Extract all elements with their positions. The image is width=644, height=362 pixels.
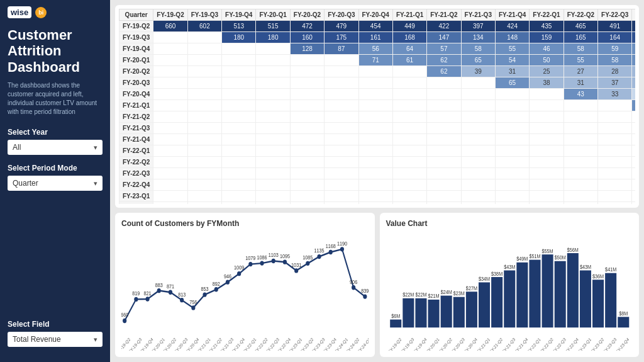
cohort-cell (392, 134, 426, 145)
cohort-cell (427, 145, 461, 157)
cohort-cell (632, 123, 635, 134)
cohort-cell (358, 202, 392, 205)
cohort-col-header: FY-21-Q3 (461, 9, 495, 21)
cohort-cell (495, 168, 529, 179)
cohort-cell (153, 123, 187, 134)
cohort-cell (632, 157, 635, 168)
svg-text:FY-21-Q1: FY-21-Q1 (475, 337, 491, 351)
svg-rect-90 (491, 277, 502, 327)
cohort-cell: 435 (530, 21, 564, 32)
cohort-cell (632, 168, 635, 179)
cohort-cell (495, 89, 529, 100)
logo-bi-badge: bi (35, 7, 47, 18)
cohort-row: FY-19-Q266060251351547247945444942239742… (119, 21, 636, 32)
svg-rect-108 (567, 253, 578, 327)
svg-text:$43M: $43M (504, 264, 515, 270)
cohort-col-header: FY-20-Q2 (290, 9, 324, 21)
cohort-cell (564, 145, 597, 157)
cohort-cell (187, 32, 221, 43)
cohort-col-header: Quarter (119, 9, 153, 21)
cohort-cell (325, 111, 358, 123)
cohort-cell (222, 77, 256, 89)
svg-rect-99 (529, 260, 540, 328)
svg-text:$6M: $6M (391, 314, 400, 320)
cohort-cell (187, 134, 221, 145)
cohort-cell (222, 111, 256, 123)
svg-point-42 (283, 260, 287, 264)
cohort-cell (598, 123, 632, 134)
cohort-col-header: FY-21-Q4 (495, 9, 529, 21)
cohort-row-label: FY-19-Q3 (119, 32, 153, 43)
svg-point-63 (363, 294, 367, 298)
cohort-col-header: FY-22-Q4 (632, 9, 635, 21)
cohort-cell (461, 134, 495, 145)
cohort-cell: 58 (598, 55, 632, 66)
cohort-cell (358, 145, 392, 157)
cohort-cell (530, 202, 564, 205)
svg-text:FY-22-Q2: FY-22-Q2 (539, 337, 554, 351)
cohort-cell (461, 111, 495, 123)
cohort-cell (358, 100, 392, 111)
cohort-cell (598, 157, 632, 168)
select-year-wrapper[interactable]: All FY-19 FY-20 FY-21 FY-22 FY-23 FY-24 (8, 140, 103, 155)
svg-text:1031: 1031 (291, 262, 302, 268)
dashboard-title: Customer Attrition Dashboard (8, 27, 103, 75)
cohort-row: FY-20-Q1716162655450555860625266 (119, 55, 636, 66)
cohort-header: QuarterFY-19-Q2FY-19-Q3FY-19-Q4FY-20-Q1F… (119, 9, 636, 21)
cohort-cell (358, 89, 392, 100)
cohort-cell (325, 77, 358, 89)
cohort-cell: 424 (495, 21, 529, 32)
cohort-col-header: FY-19-Q4 (222, 9, 256, 21)
svg-rect-69 (402, 298, 414, 327)
cohort-cell: 180 (222, 32, 256, 43)
cohort-cell (222, 43, 256, 55)
cohort-cell (427, 77, 461, 89)
cohort-cell (564, 179, 597, 191)
cohort-scroll-area[interactable]: QuarterFY-19-Q2FY-19-Q3FY-19-Q4FY-20-Q1F… (119, 9, 635, 204)
svg-text:$23M: $23M (453, 291, 464, 297)
cohort-cell: 479 (325, 21, 358, 32)
bar-chart-area: $6MFY-19-Q2$22MFY-19-Q3$22MFY-19-Q4$21MF… (386, 231, 633, 351)
cohort-cell (256, 157, 290, 168)
svg-text:839: 839 (361, 288, 368, 294)
cohort-cell (427, 111, 461, 123)
cohort-cell: 43 (564, 89, 597, 100)
svg-point-57 (340, 247, 344, 251)
cohort-cell (325, 100, 358, 111)
svg-point-45 (294, 268, 298, 273)
svg-text:$50M: $50M (554, 255, 565, 261)
cohort-cell (461, 145, 495, 157)
cohort-cell (632, 179, 635, 191)
cohort-cell (153, 179, 187, 191)
svg-point-15 (180, 298, 184, 302)
cohort-cell: 28 (598, 66, 632, 77)
cohort-cell: 50 (530, 55, 564, 66)
title-line3: Dashboard (8, 59, 80, 75)
select-period-dropdown[interactable]: Quarter Month Year (8, 176, 103, 191)
cohort-cell (325, 134, 358, 145)
cohort-cell: 60 (632, 55, 635, 66)
svg-text:660: 660 (121, 312, 129, 319)
cohort-cell (461, 191, 495, 202)
cohort-table: QuarterFY-19-Q2FY-19-Q3FY-19-Q4FY-20-Q1F… (119, 9, 635, 204)
cohort-cell: 180 (256, 32, 290, 43)
cohort-cell (222, 168, 256, 179)
cohort-cell (358, 134, 392, 145)
cohort-col-header: FY-22-Q3 (598, 9, 632, 21)
select-period-wrapper[interactable]: Quarter Month Year (8, 176, 103, 191)
svg-text:871: 871 (167, 284, 175, 290)
cohort-cell (222, 100, 256, 111)
select-field-wrapper[interactable]: Total Revenue Count LTV (8, 332, 103, 347)
cohort-cell (187, 66, 221, 77)
svg-text:$36M: $36M (592, 273, 604, 280)
select-year-dropdown[interactable]: All FY-19 FY-20 FY-21 FY-22 FY-23 FY-24 (8, 140, 103, 155)
svg-text:FY-23-Q4: FY-23-Q4 (614, 337, 630, 351)
line-chart-box: Count of Customers by FYMonth 660FY-19-Q… (115, 213, 375, 357)
cohort-cell: 37 (598, 77, 632, 89)
cohort-body: FY-19-Q266060251351547247945444942239742… (119, 21, 636, 205)
cohort-row-label: FY-21-Q3 (119, 123, 153, 134)
svg-text:$22M: $22M (402, 292, 414, 298)
select-field-dropdown[interactable]: Total Revenue Count LTV (8, 332, 103, 347)
cohort-cell (325, 168, 358, 179)
cohort-cell (564, 202, 597, 205)
